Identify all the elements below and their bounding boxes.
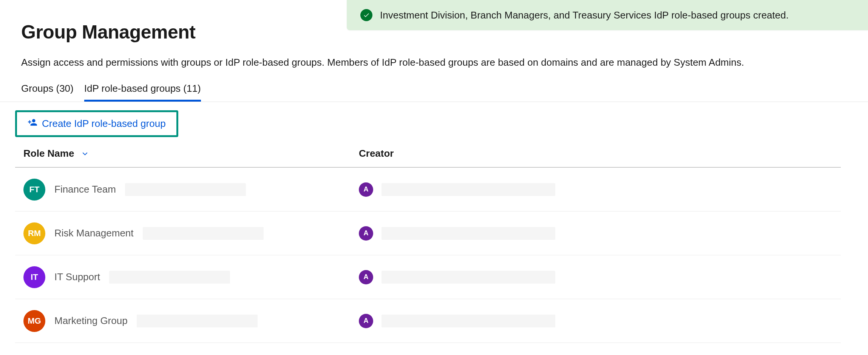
cell-creator: A (359, 314, 835, 328)
column-header-role[interactable]: Role Name (23, 148, 359, 159)
cell-role: RMRisk Management (23, 222, 359, 244)
cell-role: ITIT Support (23, 266, 359, 288)
cell-creator: A (359, 270, 835, 284)
create-idp-group-button[interactable]: Create IdP role-based group (28, 117, 166, 130)
create-button-label: Create IdP role-based group (42, 118, 166, 130)
success-toast: Investment Division, Branch Managers, an… (347, 0, 868, 30)
redacted-text (109, 271, 230, 284)
page-subtitle: Assign access and permissions with group… (21, 57, 847, 68)
avatar: RM (23, 222, 45, 244)
table-row[interactable]: MGMarketing GroupA (15, 299, 841, 343)
add-user-icon (28, 117, 37, 130)
avatar: A (359, 270, 373, 284)
role-name: IT Support (54, 271, 100, 283)
avatar: IT (23, 266, 45, 288)
cell-creator: A (359, 182, 835, 197)
redacted-text (125, 183, 246, 196)
toast-message: Investment Division, Branch Managers, an… (380, 9, 789, 21)
avatar: MG (23, 310, 45, 332)
table-row[interactable]: FTFinance TeamA (15, 168, 841, 211)
table-row[interactable]: RMRisk ManagementA (15, 211, 841, 255)
column-header-creator[interactable]: Creator (359, 148, 835, 159)
redacted-text (381, 271, 555, 284)
role-name: Risk Management (54, 227, 134, 239)
tab-bar: Groups (30) IdP role-based groups (11) (0, 83, 868, 102)
role-name: Finance Team (54, 184, 116, 195)
cell-role: MGMarketing Group (23, 310, 359, 332)
table-header: Role Name Creator (15, 148, 841, 168)
redacted-text (143, 227, 264, 240)
role-name: Marketing Group (54, 315, 128, 327)
redacted-text (381, 315, 555, 327)
tab-idp-role-based-groups[interactable]: IdP role-based groups (11) (84, 83, 201, 102)
redacted-text (381, 227, 555, 240)
groups-table: Role Name Creator FTFinance TeamARMRisk … (15, 148, 841, 343)
avatar: A (359, 314, 373, 328)
avatar: A (359, 182, 373, 197)
avatar: A (359, 226, 373, 241)
avatar: FT (23, 179, 45, 201)
cell-role: FTFinance Team (23, 179, 359, 201)
tab-groups[interactable]: Groups (30) (21, 83, 74, 102)
highlighted-create-button-frame: Create IdP role-based group (15, 110, 178, 137)
redacted-text (381, 183, 555, 196)
table-row[interactable]: ITIT SupportA (15, 255, 841, 299)
checkmark-icon (360, 9, 372, 21)
cell-creator: A (359, 226, 835, 241)
redacted-text (137, 315, 258, 327)
sort-descending-icon (81, 148, 89, 159)
